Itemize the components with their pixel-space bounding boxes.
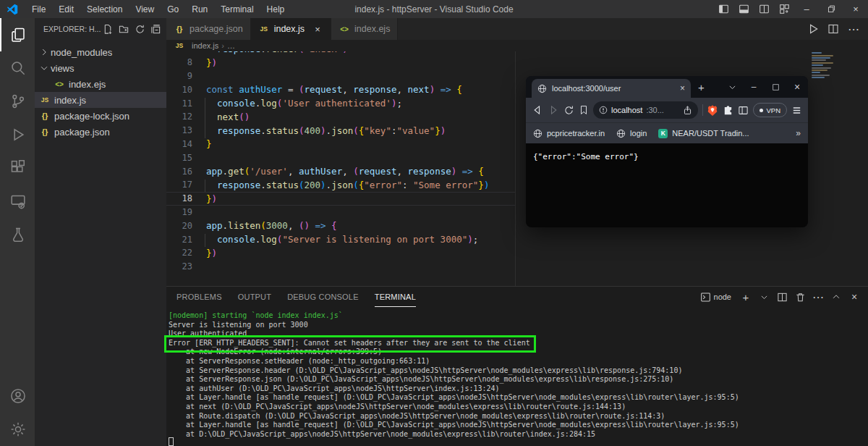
menu-go[interactable]: Go [161,0,185,18]
browser-close-icon[interactable]: × [786,77,808,97]
bookmarks-overflow-icon[interactable]: » [796,128,801,138]
reload-icon[interactable] [563,105,574,116]
new-file-icon[interactable] [101,22,115,36]
toggle-panel-icon[interactable] [733,0,754,18]
line-number: 17 [166,180,192,190]
tab-index-ejs[interactable]: <>index.ejs [331,18,398,40]
settings-icon [10,421,26,437]
editor-more-icon[interactable]: ⋯ [845,20,862,38]
toggle-sidebar-icon[interactable] [713,0,733,18]
line-number: 9 [166,71,192,81]
toolbar-divider [702,104,703,116]
extensions-puzzle-icon[interactable] [723,105,733,116]
tab-close-icon[interactable]: × [312,24,323,35]
new-folder-icon[interactable] [116,22,131,36]
restore-button[interactable] [819,0,843,18]
bookmark-pcpricetracker-in[interactable]: pcpricetracker.in [533,129,605,138]
kill-terminal-icon[interactable] [792,289,808,305]
activity-source-control[interactable] [0,85,35,118]
file-label: views [51,63,75,74]
browser-minimize-icon[interactable]: – [743,77,765,97]
explorer-sidebar: EXPLORER: H... ⋯ node_modulesviews<>inde… [35,18,166,446]
bookmark-icon[interactable] [579,105,589,115]
brave-shield-icon[interactable] [707,104,718,117]
new-tab-icon[interactable]: + [698,81,705,93]
activity-settings[interactable] [0,413,35,446]
browser-menu-icon[interactable] [791,105,802,116]
tab-close-icon[interactable]: × [680,83,685,93]
collapse-all-icon[interactable] [148,22,163,36]
file-item-node-modules[interactable]: node_modules [35,44,166,60]
split-terminal-icon[interactable] [774,289,790,305]
panel-tab-debug-console[interactable]: DEBUG CONSOLE [287,287,359,307]
json-response-text: {"error":"Some error"} [533,152,639,161]
panel-tab-terminal[interactable]: TERMINAL [375,287,416,307]
panel-tab-output[interactable]: OUTPUT [238,287,271,307]
bookmark-login[interactable]: login [616,129,647,138]
titlebar-controls: – × [713,0,868,18]
terminal-dropdown-icon[interactable] [756,289,772,305]
close-button[interactable]: × [843,0,868,18]
activity-account[interactable] [0,379,35,413]
file-item-index-ejs[interactable]: <>index.ejs [35,76,166,92]
file-item-views[interactable]: views [35,60,166,76]
menu-run[interactable]: Run [185,0,214,18]
menu-selection[interactable]: Selection [80,0,129,18]
vscode-logo-icon [7,4,18,15]
file-item-package-json[interactable]: {}package.json [35,124,166,140]
activity-testing[interactable] [0,218,35,251]
address-bar[interactable]: localhost :30... [593,101,698,119]
code-text: app.get('/user', authUser, (request, res… [192,166,484,177]
tab-search-icon[interactable] [721,77,743,97]
file-item-package-lock-json[interactable]: {}package-lock.json [35,108,166,124]
breadcrumb-symbol: … [227,41,235,50]
browser-maximize-icon[interactable] [765,77,786,97]
breadcrumb[interactable]: JS index.js › … [166,40,868,51]
menu-help[interactable]: Help [260,0,292,18]
activity-extensions[interactable] [0,151,35,185]
new-terminal-icon[interactable]: + [738,289,754,305]
activity-remote-explorer[interactable] [0,185,35,218]
share-icon[interactable] [683,106,692,115]
sidebar-toggle-icon[interactable] [738,105,749,116]
menu-view[interactable]: View [129,0,161,18]
activity-explorer[interactable] [0,18,35,51]
back-icon[interactable] [532,104,543,116]
menu-terminal[interactable]: Terminal [214,0,260,18]
bookmark-near-usdt-tradin-[interactable]: KNEAR/USDT Tradin... [658,129,749,138]
run-file-icon[interactable] [804,20,822,38]
bookmark-label: login [630,129,647,138]
tab-package-json[interactable]: {}package.json [166,18,251,40]
menu-edit[interactable]: Edit [52,0,80,18]
terminal-output[interactable]: [nodemon] starting `node index index.js`… [169,311,739,439]
line-number: 23 [166,261,192,272]
forward-icon[interactable] [548,104,559,116]
file-label: package-lock.json [54,111,129,122]
close-panel-icon[interactable]: × [846,289,862,305]
menu-file[interactable]: File [25,0,52,18]
editor-actions: ⋯ [804,18,868,40]
site-info-icon[interactable] [599,106,608,114]
browser-tab[interactable]: localhost:3000/user × [532,79,691,98]
vpn-label: VPN [766,106,780,114]
refresh-icon[interactable] [132,22,147,36]
breadcrumb-file: index.js [192,41,218,50]
activity-search[interactable] [0,51,35,85]
split-editor-layout-icon[interactable] [754,0,774,18]
file-item-index-js[interactable]: JSindex.js [35,92,166,108]
indent-guide [205,98,205,138]
browser-tab-strip: localhost:3000/user × + – × [526,76,808,98]
vpn-button[interactable]: VPN [753,103,787,117]
minimize-button[interactable]: – [794,0,819,18]
tab-index-js[interactable]: JSindex.js× [251,18,331,40]
panel-tab-problems[interactable]: PROBLEMS [176,287,222,307]
maximize-panel-icon[interactable] [828,289,844,305]
panel-more-icon[interactable]: ⋯ [810,289,826,305]
terminal-instance-badge[interactable]: node [700,292,731,303]
panel-actions: node + ⋯ × [700,289,862,305]
split-editor-icon[interactable] [825,20,842,38]
line-number: 11 [166,98,192,109]
activity-run-debug[interactable] [0,118,35,151]
customize-layout-icon[interactable] [774,0,794,18]
terminal-line-13: at Layer.handle [as handle_request] (D:\… [169,421,739,430]
